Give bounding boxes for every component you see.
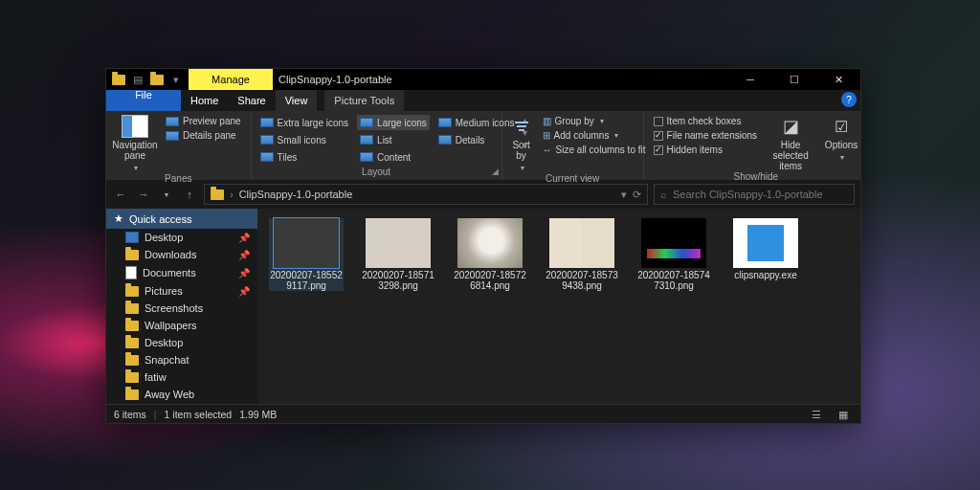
sidebar-item-label: Snapchat [145,354,189,366]
file-item[interactable]: 20200207-185713298.png [361,218,435,291]
navigation-pane-button[interactable]: Navigation pane ▾ [112,115,158,173]
status-item-count: 6 items [114,409,146,420]
contextual-tab-manage[interactable]: Manage [189,69,273,90]
address-path[interactable]: ClipSnappy-1.0-portable [239,189,353,200]
layout-tiles[interactable]: Tiles [257,149,351,165]
sidebar-item-label: Away Web [145,389,194,400]
ribbon-tabs: File Home Share View Picture Tools ? [106,90,860,111]
address-folder-icon [211,189,224,200]
view-large-icons-button[interactable]: ▦ [834,408,853,421]
pc-icon [125,232,139,243]
sidebar-item[interactable]: Screenshots [106,300,257,317]
search-placeholder: Search ClipSnappy-1.0-portable [673,189,823,200]
layout-gallery[interactable]: Extra large icons Large icons Medium ico… [257,115,518,165]
nav-recent-dropdown[interactable]: ▾ [158,190,175,199]
tab-share[interactable]: Share [228,90,275,111]
preview-pane-button[interactable]: Preview pane [162,115,245,127]
navigation-pane[interactable]: ★ Quick access Desktop📌Downloads📌Documen… [106,209,257,404]
sidebar-item-label: Documents [143,267,196,278]
sidebar-item[interactable]: Away Web [106,386,257,403]
navigation-pane-icon [122,115,148,138]
group-by-button[interactable]: ▥Group by▾ [539,115,650,127]
layout-extra-large[interactable]: Extra large icons [257,115,351,130]
window-title: ClipSnappy-1.0-portable [273,69,728,90]
sidebar-item-label: Desktop [145,232,183,243]
layout-list[interactable]: List [357,132,430,147]
nav-forward-button[interactable]: → [135,189,152,200]
options-button[interactable]: ☑ Options▾ [820,115,862,163]
explorer-window: ▤ ▾ Manage ClipSnappy-1.0-portable ─ ☐ ✕… [105,68,861,424]
minimize-button[interactable]: ─ [728,69,772,90]
search-box[interactable]: ⌕ Search ClipSnappy-1.0-portable [654,184,855,205]
sidebar-item-label: Pictures [145,285,183,297]
file-item[interactable]: 20200207-185747310.png [636,218,711,291]
file-item[interactable]: clipsnappy.exe [728,218,803,291]
sidebar-item[interactable]: Downloads📌 [106,246,257,263]
layout-dialog-launcher[interactable]: ◢ [492,167,499,176]
file-thumbnail [733,218,798,268]
layout-small[interactable]: Small icons [257,132,351,147]
group-label-current-view: Current view [502,173,643,184]
file-item[interactable]: 20200207-185529117.png [269,218,344,291]
tab-file[interactable]: File [106,90,181,111]
details-pane-label: Details pane [183,130,236,141]
file-name: 20200207-185726814.png [453,270,527,291]
sidebar-item-label: Desktop [145,337,183,348]
file-name: 20200207-185747310.png [636,270,711,291]
sidebar-item[interactable]: Desktop📌 [106,229,257,246]
sort-by-button[interactable]: Sort by▾ [508,115,535,173]
address-bar[interactable]: › ClipSnappy-1.0-portable ▾ ⟳ [204,184,648,205]
nav-back-button[interactable]: ← [112,189,129,200]
tab-home[interactable]: Home [181,90,228,111]
view-details-button[interactable]: ☰ [807,408,826,421]
file-name: 20200207-185713298.png [361,270,435,291]
item-check-boxes-toggle[interactable]: Item check boxes [650,115,762,127]
help-button[interactable]: ? [841,92,857,107]
sidebar-item[interactable]: Documents📌 [106,263,257,282]
file-name-extensions-toggle[interactable]: ✓File name extensions [650,129,762,142]
ribbon: Navigation pane ▾ Preview pane Details p… [106,111,860,180]
quick-access-header[interactable]: ★ Quick access [106,209,257,229]
tab-view[interactable]: View [276,90,318,111]
file-thumbnail [457,218,523,268]
close-button[interactable]: ✕ [816,69,860,90]
hidden-items-toggle[interactable]: ✓Hidden items [650,144,762,156]
refresh-button[interactable]: ⟳ [633,189,641,201]
titlebar: ▤ ▾ Manage ClipSnappy-1.0-portable ─ ☐ ✕ [106,69,860,90]
navigation-bar: ← → ▾ ↑ › ClipSnappy-1.0-portable ▾ ⟳ ⌕ … [106,180,860,209]
folder-icon [125,338,139,348]
sidebar-item[interactable]: fatiw [106,368,257,386]
hide-selected-items-button[interactable]: ◪ Hide selected items [765,115,816,171]
sidebar-item-label: fatiw [145,371,167,383]
tab-picture-tools[interactable]: Picture Tools [324,90,404,111]
size-columns-button[interactable]: ↔Size all columns to fit [539,144,650,156]
layout-large[interactable]: Large icons [357,115,430,130]
status-selection: 1 item selected [165,409,233,420]
sidebar-item[interactable]: Desktop [106,334,257,351]
file-name: 20200207-185739438.png [545,270,619,291]
file-item[interactable]: 20200207-185726814.png [453,218,527,291]
sidebar-item-label: Screenshots [145,302,203,314]
preview-pane-label: Preview pane [183,116,241,126]
quick-access-toolbar: ▤ ▾ [106,69,189,90]
folder-icon [125,321,139,331]
qat-properties-icon[interactable]: ▤ [129,71,146,88]
group-label-panes: Panes [106,173,251,184]
address-dropdown-icon[interactable]: ▾ [621,189,627,201]
qat-customize-icon[interactable]: ▾ [167,71,185,88]
nav-up-button[interactable]: ↑ [181,189,198,200]
maximize-button[interactable]: ☐ [772,69,816,90]
add-columns-button[interactable]: ⊞Add columns▾ [539,129,650,142]
file-item[interactable]: 20200207-185739438.png [545,218,619,291]
sidebar-item[interactable]: Wallpapers [106,317,257,334]
details-pane-button[interactable]: Details pane [162,129,245,142]
sidebar-item-label: Wallpapers [145,320,197,331]
explorer-icon [110,71,127,88]
folder-icon [125,372,139,383]
sidebar-item[interactable]: Snapchat [106,351,257,368]
sidebar-item[interactable]: Pictures📌 [106,282,257,300]
file-list[interactable]: 20200207-185529117.png20200207-185713298… [257,209,860,404]
file-thumbnail [549,218,614,268]
layout-content[interactable]: Content [357,149,430,165]
qat-new-folder-icon[interactable] [148,71,166,88]
